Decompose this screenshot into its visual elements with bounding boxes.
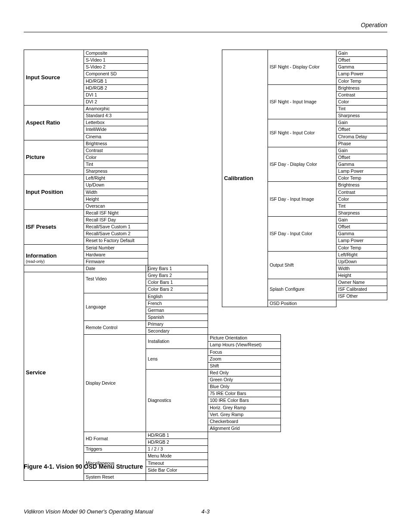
calibration-item: Gain <box>336 217 387 224</box>
menu-item: Height <box>84 196 148 202</box>
calibration-item: Offset <box>336 57 387 64</box>
menu-group-header: Picture <box>24 140 84 175</box>
menu-item: Composite <box>84 50 148 57</box>
service-subitem: 75 IRE Color Bars <box>208 390 281 397</box>
calibration-item: Contrast <box>336 91 387 98</box>
menu-group-header: Aspect Ratio <box>24 106 84 140</box>
service-item: Grey Bars 2 <box>146 272 208 279</box>
service-subitem: Shift <box>208 362 281 369</box>
calibration-item: Offset <box>336 126 387 133</box>
menu-item: IntelliWide <box>84 126 148 133</box>
tables-area: Input SourceCompositeS-Video 1S-Video 2C… <box>24 50 387 459</box>
calibration-item: Gain <box>336 147 387 154</box>
calibration-item: Gain <box>336 119 387 126</box>
service-item: Side Bar Color <box>146 467 208 473</box>
calibration-item: Lamp Power <box>336 71 387 78</box>
service-item: Menu Mode <box>146 453 208 460</box>
service-subgroup: System Reset <box>84 473 146 480</box>
service-subgroup: Miscellaneous <box>84 453 146 473</box>
calibration-item: Owner Name <box>336 279 387 286</box>
service-item: Grey Bars 1 <box>146 265 208 272</box>
menu-item: Letterbox <box>84 119 148 126</box>
calibration-item: Offset <box>336 154 387 161</box>
calibration-item: Width <box>336 265 387 272</box>
service-subitem: Checkerboard <box>208 418 281 425</box>
calibration-item: Up/Down <box>336 258 387 265</box>
menu-item: Up/Down <box>84 182 148 189</box>
service-item: Secondary <box>146 328 208 335</box>
service-subgroup: Language <box>84 293 146 321</box>
calibration-item: Lamp Power <box>336 168 387 175</box>
menu-item: S-Video 2 <box>84 64 148 71</box>
service-subitem: Red Only <box>208 369 281 376</box>
service-item: Color Bars 1 <box>146 279 208 286</box>
calibration-item: Offset <box>336 224 387 230</box>
calibration-subgroup: Splash Configure <box>268 279 336 300</box>
service-subitem: Vert. Grey Ramp <box>208 411 281 418</box>
service-item: German <box>146 307 208 314</box>
menu-item: Recall/Save Custom 1 <box>84 224 148 230</box>
footer: Vidikron Vision Model 90 Owner's Operati… <box>24 508 387 515</box>
calibration-item: Lamp Power <box>336 237 387 244</box>
service-item: Lens <box>146 348 208 369</box>
calibration-item: Color Temp <box>336 244 387 251</box>
calibration-subgroup: ISF Day - Input Image <box>268 182 336 217</box>
calibration-item: Color <box>336 98 387 105</box>
service-item: Timeout <box>146 460 208 467</box>
service-subgroup: HD Format <box>84 432 146 446</box>
calibration-item: Gamma <box>336 64 387 71</box>
menu-item: Component SD <box>84 71 148 78</box>
header-section: Operation <box>24 22 387 28</box>
calibration-item: ISF Calibrated <box>336 286 387 293</box>
service-subitem: Horiz. Grey Ramp <box>208 404 281 411</box>
menu-group-header: ISF Presets <box>24 209 84 244</box>
menu-item: Width <box>84 189 148 196</box>
calibration-item: Tint <box>336 202 387 209</box>
service-item: 1 / 2 / 3 <box>146 446 208 453</box>
service-subitem: Lamp Hours (View/Reset) <box>208 342 281 348</box>
calibration-item: Gamma <box>336 161 387 168</box>
service-subgroup: Triggers <box>84 446 146 453</box>
menu-item: Brightness <box>84 140 148 147</box>
service-item: Color Bars 2 <box>146 286 208 293</box>
service-item: Diagnostics <box>146 369 208 432</box>
calibration-item: Tint <box>336 106 387 112</box>
service-subitem: Zoom <box>208 355 281 362</box>
service-item: HD/RGB 2 <box>146 439 208 446</box>
service-subitem: Blue Only <box>208 383 281 390</box>
menu-item: HD/RGB 2 <box>84 84 148 91</box>
calibration-item: Color <box>336 196 387 202</box>
menu-item: Tint <box>84 161 148 168</box>
calibration-item: Sharpness <box>336 209 387 216</box>
menu-group-header: Input Position <box>24 175 84 210</box>
menu-item: Recall ISF Night <box>84 209 148 216</box>
menu-item: DVI 2 <box>84 98 148 105</box>
service-subitem: Alignment Grid <box>208 425 281 432</box>
menu-item: Color <box>84 154 148 161</box>
menu-item: Standard 4:3 <box>84 112 148 119</box>
menu-item: Cinema <box>84 133 148 140</box>
menu-item: Recall/Save Custom 2 <box>84 230 148 237</box>
service-item: Spanish <box>146 314 208 320</box>
calibration-subgroup: OSD Position <box>268 300 336 307</box>
calibration-item: Contrast <box>336 189 387 196</box>
footer-page-number: 4-3 <box>202 508 210 515</box>
calibration-subgroup: ISF Night - Display Color <box>268 50 336 85</box>
menu-item: Sharpness <box>84 168 148 175</box>
menu-item: S-Video 1 <box>84 57 148 64</box>
menu-item: Serial Number <box>84 244 148 251</box>
calibration-item: Color Temp <box>336 175 387 182</box>
service-subitem: Green Only <box>208 376 281 383</box>
service-item: HD/RGB 1 <box>146 432 208 439</box>
service-subitem: Focus <box>208 348 281 355</box>
service-item: French <box>146 300 208 307</box>
service-subitem: 100 IRE Color Bars <box>208 397 281 404</box>
calibration-item: Gamma <box>336 230 387 237</box>
service-subgroup: Display Device <box>84 335 146 432</box>
calibration-item: Chroma Delay <box>336 133 387 140</box>
calibration-item: Brightness <box>336 84 387 91</box>
menu-item: DVI 1 <box>84 91 148 98</box>
calibration-subgroup: ISF Night - Input Color <box>268 119 336 147</box>
service-subgroup: Test Video <box>84 265 146 293</box>
menu-item: Recall ISF Day <box>84 217 148 224</box>
